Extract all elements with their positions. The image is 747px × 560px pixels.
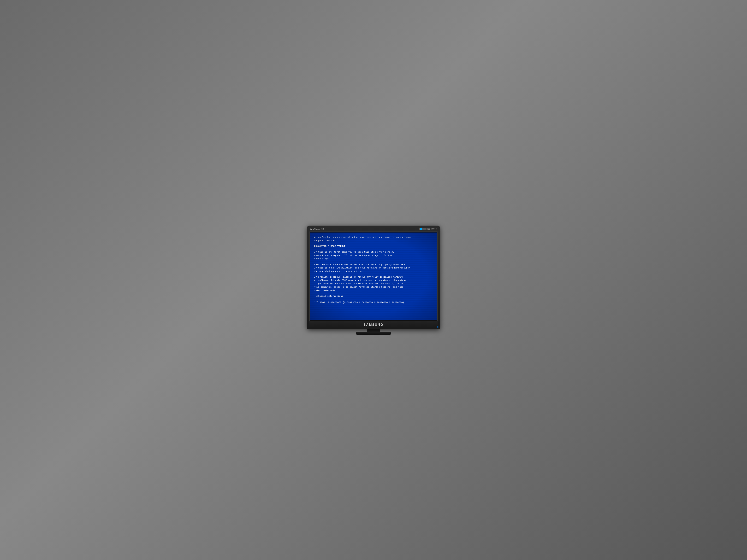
bsod-spacer-6 [314, 298, 433, 300]
bsod-stop-line: *** STOP: 0x000000ED (0x89A93C08,0xC0000… [314, 301, 433, 304]
bsod-line-1: A problem has been detected and windows … [314, 236, 433, 239]
bsod-spacer-4 [314, 273, 433, 275]
monitor-stand-neck [367, 329, 380, 332]
svg-rect-2 [420, 229, 421, 230]
monitor-logo: SAMSUNG [363, 323, 383, 326]
bsod-para3-l4: your computer, press F8 to select Advanc… [314, 286, 433, 289]
monitor-wrapper: SyncMaster 943 intel [307, 225, 440, 335]
intel-icon: intel [423, 228, 427, 230]
bsod-para2-l1: Check to make sure any new hardware or s… [314, 263, 433, 266]
bsod-para1-l1: If this is the first time you've seen th… [314, 250, 433, 254]
bsod-para1-l2: restart your computer. If this screen ap… [314, 254, 433, 257]
bsod-para2-l3: for any Windows updates you might need. [314, 270, 433, 273]
bsod-para1-l3: these steps: [314, 257, 433, 261]
bsod-para3-l2: or software. Disable BIOS memory options… [314, 279, 433, 282]
bsod-para3-l1: If problems continue, disable or remove … [314, 275, 433, 279]
bsod-spacer-1 [314, 242, 433, 245]
bsod-spacer-5 [314, 292, 433, 295]
bsod-error-code: UNMOUNTABLE_BOOT_VOLUME [314, 245, 433, 248]
bsod-spacer-2 [314, 248, 433, 250]
svg-rect-5 [429, 230, 429, 230]
monitor-outer: SyncMaster 943 intel [307, 225, 440, 329]
bsod-spacer-3 [314, 261, 433, 263]
monitor-brand-label: SyncMaster 943 [310, 228, 324, 230]
monitor-top-icons: intel 50000:1 [419, 228, 437, 230]
svg-rect-4 [428, 228, 430, 230]
bsod-para2-l2: If this is a new installation, ask your … [314, 266, 433, 270]
power-indicator-light [437, 326, 438, 327]
monitor-icon [427, 228, 430, 230]
scene: SyncMaster 943 intel [0, 0, 747, 560]
bsod-tech-info: Technical information: [314, 295, 433, 298]
svg-rect-1 [421, 228, 422, 229]
windows-icon [419, 228, 422, 230]
bsod-para3-l3: If you need to use Safe Mode to remove o… [314, 282, 433, 286]
monitor-stand-base [356, 332, 391, 335]
svg-rect-0 [420, 228, 421, 229]
bsod-para3-l5: select Safe Mode. [314, 289, 433, 292]
svg-rect-3 [421, 229, 422, 230]
bsod-screen: A problem has been detected and windows … [310, 233, 437, 320]
monitor-top-bar: SyncMaster 943 intel [309, 228, 438, 231]
screen-bezel: A problem has been detected and windows … [309, 231, 438, 321]
bsod-line-2: to your computer. [314, 239, 433, 242]
monitor-bottom: SAMSUNG [309, 321, 438, 327]
monitor-ratio-text: 50000:1 [431, 228, 437, 230]
